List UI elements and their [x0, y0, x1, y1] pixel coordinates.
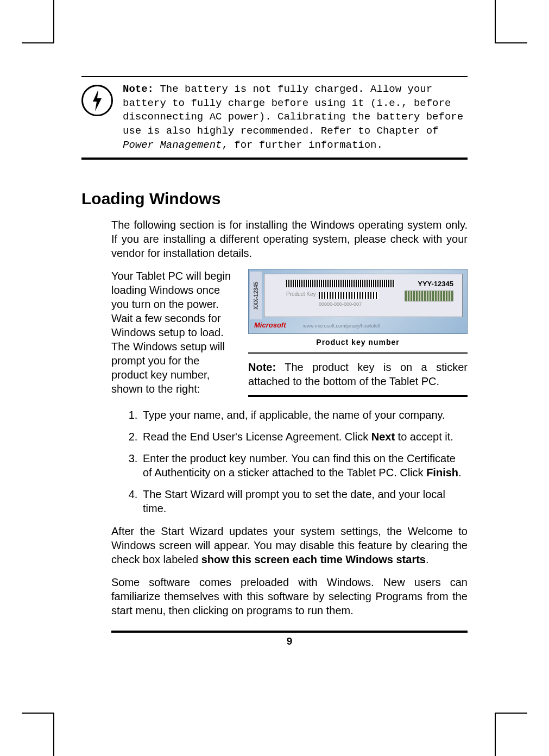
barcode-icon — [319, 292, 378, 299]
label-product-key-text: Product Key — [286, 291, 315, 298]
product-key-label-image: XXX-12345 YYY-12345 Product Key 00000-00… — [248, 269, 468, 334]
label-serial: 00000-000-000-007 — [319, 301, 362, 308]
crop-mark — [22, 713, 54, 745]
list-item: Type your name, and, if applicable, the … — [141, 408, 468, 422]
label-inner: YYY-12345 Product Key 00000-000-000-007 — [264, 274, 463, 317]
image-caption: Product key number — [248, 337, 468, 347]
crop-mark — [495, 713, 527, 745]
paragraph-preloaded-software: Some software comes preloaded with Windo… — [111, 575, 468, 618]
intro-paragraph: The following section is for installing … — [111, 218, 468, 260]
list-item: Enter the product key number. You can fi… — [141, 451, 468, 480]
microsoft-logo-text: Microsoft — [254, 321, 286, 330]
lightning-icon — [81, 85, 113, 116]
note-label: Note: — [248, 361, 276, 373]
list-item: The Start Wizard will prompt you to set … — [141, 487, 468, 515]
label-side-text: XXX-12345 — [250, 272, 262, 319]
hologram-icon — [405, 291, 453, 301]
note-text-top: Note: The battery is not fully charged. … — [123, 83, 468, 152]
barcode-icon — [286, 280, 395, 287]
page-number: 9 — [111, 631, 468, 648]
label-yyy: YYY-12345 — [418, 280, 453, 289]
steps-list: Type your name, and, if applicable, the … — [111, 408, 468, 515]
crop-mark — [22, 11, 54, 43]
crop-mark — [495, 11, 527, 43]
label-url: www.microsoft.com/piracy/howtotell — [303, 323, 380, 330]
left-paragraph: Your Tablet PC will begin loading Window… — [111, 269, 236, 397]
note-block-top: Note: The battery is not fully charged. … — [81, 76, 468, 160]
list-item: Read the End User's License Agreement. C… — [141, 430, 468, 444]
heading-loading-windows: Loading Windows — [81, 190, 468, 208]
paragraph-after-wizard: After the Start Wizard updates your syst… — [111, 524, 468, 566]
note-label: Note: — [123, 83, 154, 95]
note-block-right: Note: The product key is on a sticker at… — [248, 352, 468, 397]
